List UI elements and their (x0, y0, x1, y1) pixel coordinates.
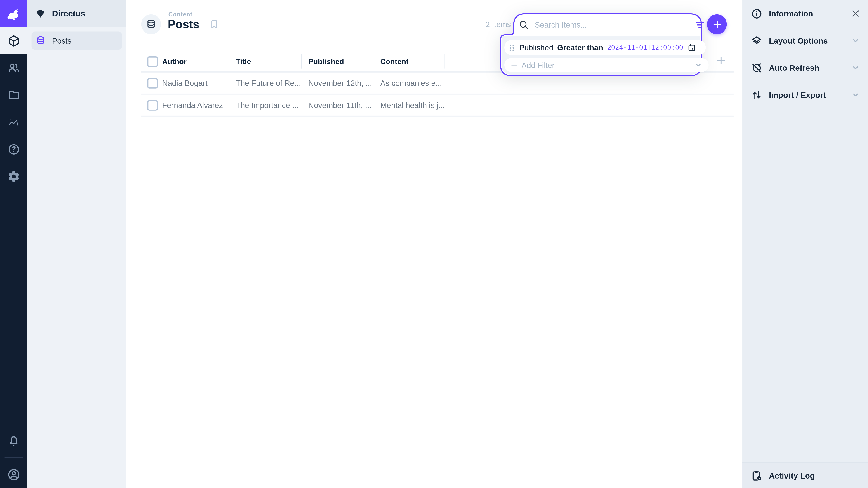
breadcrumb[interactable]: Content (168, 11, 192, 18)
column-header-author[interactable]: Author (162, 52, 187, 71)
sidebar-section-information[interactable]: Information (742, 0, 868, 27)
page-title: Posts (168, 18, 199, 31)
add-filter-button[interactable]: Add Filter (504, 58, 709, 72)
column-resize-handle[interactable] (374, 54, 374, 69)
folder-icon (7, 88, 20, 102)
column-resize-handle[interactable] (230, 54, 230, 69)
gear-icon (7, 170, 20, 183)
import-export-icon (751, 89, 763, 101)
module-users[interactable] (0, 54, 27, 81)
plus-icon (510, 61, 518, 69)
sidebar-section-import-export[interactable]: Import / Export (742, 81, 868, 108)
chevron-down-icon (850, 63, 861, 73)
help-icon (7, 142, 20, 156)
search-bar (514, 14, 711, 35)
filter-field[interactable]: Published (519, 43, 553, 52)
cell-title: The Importance ... (236, 95, 299, 116)
module-help[interactable] (0, 135, 27, 163)
module-files[interactable] (0, 81, 27, 108)
activity-log-label: Activity Log (769, 471, 815, 480)
module-bar-divider (4, 457, 23, 458)
close-sidebar-button[interactable] (850, 8, 861, 19)
module-insights[interactable] (0, 108, 27, 135)
activity-log-icon (751, 469, 763, 482)
module-content[interactable] (0, 27, 27, 54)
cell-content: Mental health is j... (380, 95, 445, 116)
insights-icon (7, 116, 20, 129)
cell-published: November 11th, ... (308, 95, 372, 116)
module-bar (0, 0, 27, 488)
cell-author: Fernanda Alvarez (162, 95, 223, 116)
filter-operator[interactable]: Greater than (557, 43, 603, 52)
database-icon (146, 19, 157, 30)
users-icon (7, 61, 20, 74)
row-checkbox[interactable] (147, 78, 158, 88)
drag-handle-icon[interactable] (508, 43, 515, 53)
account-button[interactable] (0, 461, 27, 488)
close-icon (850, 8, 861, 19)
cell-author: Nadia Bogart (162, 72, 208, 94)
activity-log-button[interactable]: Activity Log (742, 462, 868, 488)
search-input[interactable] (534, 20, 694, 30)
project-name: Directus (52, 9, 85, 18)
select-all-checkbox[interactable] (147, 57, 158, 67)
plus-icon (712, 19, 722, 30)
right-sidebar: Information Layout Options (742, 0, 868, 488)
filter-icon[interactable] (694, 20, 705, 31)
calendar-icon[interactable] (687, 43, 696, 53)
sidebar-item-posts[interactable]: Posts (32, 32, 122, 50)
box-icon (7, 34, 20, 47)
sidebar-section-label: Auto Refresh (769, 63, 819, 72)
info-icon (751, 7, 763, 20)
layers-icon (751, 35, 763, 47)
chevron-down-icon (850, 35, 861, 46)
chevron-down-icon (850, 90, 861, 100)
cell-content: As companies e... (380, 72, 442, 94)
app-window: Directus Posts Content Posts 2 Items (0, 0, 868, 488)
project-header[interactable]: Directus (27, 0, 126, 27)
table-row[interactable]: Fernanda Alvarez The Importance ... Nove… (141, 95, 733, 117)
sidebar-item-label: Posts (52, 36, 71, 45)
filter-rule[interactable]: Published Greater than 2024-11-01T12:00:… (504, 40, 706, 55)
add-filter-label: Add Filter (522, 61, 555, 69)
row-checkbox[interactable] (147, 100, 158, 110)
cell-title: The Future of Re... (236, 72, 301, 94)
project-logo-icon (35, 8, 46, 19)
collection-icon-button[interactable] (141, 14, 161, 34)
notifications-button[interactable] (0, 427, 27, 454)
sidebar-section-layout-options[interactable]: Layout Options (742, 27, 868, 54)
search-filter-panel: Published Greater than 2024-11-01T12:00:… (500, 13, 702, 76)
column-resize-handle[interactable] (301, 54, 302, 69)
module-settings[interactable] (0, 163, 27, 190)
sidebar-section-label: Import / Export (769, 90, 826, 99)
search-icon (518, 20, 529, 31)
chevron-down-icon (694, 60, 703, 70)
directus-rabbit-icon (5, 5, 22, 22)
filter-value[interactable]: 2024-11-01T12:00:00 (607, 43, 683, 51)
database-icon (35, 35, 46, 46)
sidebar-section-auto-refresh[interactable]: Auto Refresh (742, 54, 868, 81)
column-header-published[interactable]: Published (308, 52, 344, 71)
avatar-icon (6, 467, 21, 482)
sync-disabled-icon (751, 62, 763, 74)
bookmark-icon (209, 19, 220, 30)
cell-published: November 12th, ... (308, 72, 372, 94)
column-resize-handle[interactable] (445, 54, 445, 69)
column-header-content[interactable]: Content (380, 52, 408, 71)
sidebar-section-label: Information (769, 9, 813, 18)
column-header-title[interactable]: Title (236, 52, 251, 71)
bell-icon (7, 434, 20, 447)
sidebar-section-label: Layout Options (769, 36, 828, 45)
nav-sidebar: Directus Posts (27, 0, 126, 488)
directus-logo-button[interactable] (0, 0, 27, 27)
bookmark-button[interactable] (209, 19, 220, 30)
